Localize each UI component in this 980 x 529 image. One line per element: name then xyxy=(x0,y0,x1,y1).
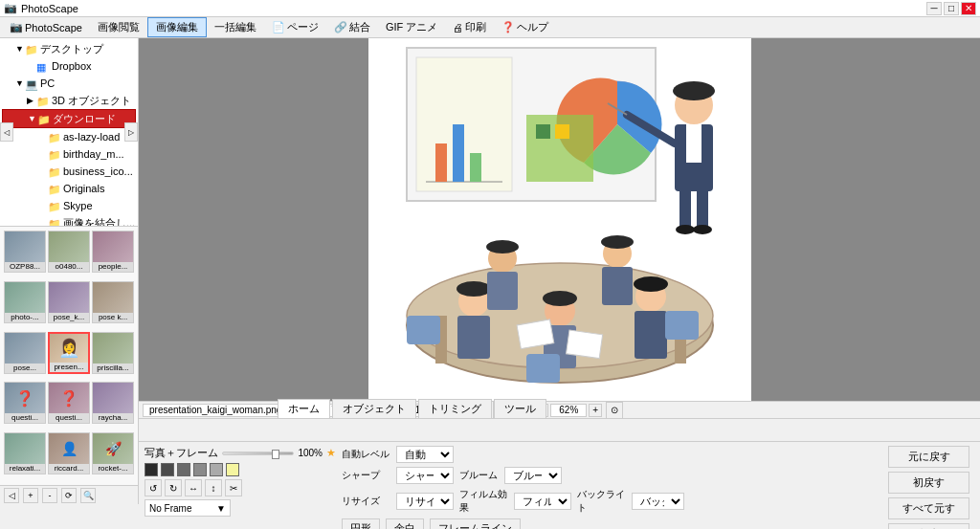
tree-scroll-right[interactable]: ▷ xyxy=(124,122,138,142)
color-btn-6[interactable] xyxy=(226,463,239,476)
svg-rect-26 xyxy=(457,316,490,359)
strip-zoom[interactable]: 🔍 xyxy=(80,488,96,503)
tree-item-dropbox[interactable]: ▦ Dropbox xyxy=(2,57,136,75)
rotate-left-icon[interactable]: ↺ xyxy=(145,479,162,496)
backlight-select[interactable]: バックライト xyxy=(632,493,684,510)
thumb-relaxati[interactable]: relaxati... xyxy=(4,432,46,474)
tree-item-originals[interactable]: 📁 Originals xyxy=(2,180,136,197)
circle-btn[interactable]: 円形 xyxy=(342,518,380,529)
thumb-raycha[interactable]: raycha... xyxy=(92,382,134,424)
backlight-group: バックライト バックライト xyxy=(577,488,684,515)
edit-tabs-row: ホーム オブジェクト トリミング ツール xyxy=(278,399,546,418)
thumb-questi2[interactable]: ❓ questi... xyxy=(48,382,90,424)
thumb-questi1[interactable]: ❓ questi... xyxy=(4,382,46,424)
star-icon[interactable]: ★ xyxy=(326,447,336,459)
apply-all-btn[interactable]: すべて元す xyxy=(888,497,969,519)
strip-remove[interactable]: - xyxy=(42,488,57,503)
svg-point-25 xyxy=(457,281,491,297)
flip-v-icon[interactable]: ↕ xyxy=(205,479,222,496)
menu-photoscape[interactable]: 📷 PhotoScape xyxy=(2,19,90,35)
trim-btn[interactable]: 余白 xyxy=(386,518,424,529)
auto-level-select[interactable]: 自動 xyxy=(396,446,454,463)
color-btn-4[interactable] xyxy=(193,463,207,476)
menu-help[interactable]: ❓ ヘルプ xyxy=(494,18,556,36)
color-btn-5[interactable] xyxy=(210,463,223,476)
tab-trim[interactable]: トリミング xyxy=(418,399,492,418)
thumb-ozp88[interactable]: OZP88... xyxy=(4,231,46,273)
tree-item-downloads[interactable]: ▼ 📁 ダウンロード xyxy=(2,109,136,128)
strip-prev[interactable]: ◁ xyxy=(4,488,19,503)
auto-level-label: 自動レベル xyxy=(342,448,394,461)
zoom-reset-btn[interactable]: ⊙ xyxy=(606,402,623,419)
image-canvas[interactable] xyxy=(139,38,980,401)
thumb-o0480[interactable]: o0480... xyxy=(48,231,90,273)
svg-point-37 xyxy=(601,235,634,249)
tree-item-desktop[interactable]: ▼ 📁 デスクトップ xyxy=(2,40,136,57)
svg-rect-40 xyxy=(566,330,602,359)
strip-rotate[interactable]: ⟳ xyxy=(61,488,77,503)
thumb-pose-k1[interactable]: pose_k... xyxy=(48,281,90,323)
svg-rect-13 xyxy=(686,124,702,163)
strip-add[interactable]: + xyxy=(23,488,38,503)
menu-combine[interactable]: 🔗 結合 xyxy=(326,18,378,36)
menu-batch-edit[interactable]: 一括編集 xyxy=(207,18,264,36)
thumb-pose-k2[interactable]: pose k... xyxy=(92,281,134,323)
thumb-people[interactable]: people... xyxy=(92,231,134,273)
resize-group: リサイズ リサイズ xyxy=(342,493,454,510)
sharp-select[interactable]: シャープ xyxy=(396,467,454,484)
tree-item-3d[interactable]: ▶ 📁 3D オブジェクト xyxy=(2,92,136,109)
thumb-priscilla[interactable]: priscilla... xyxy=(92,332,134,374)
tree-item-as-lazy[interactable]: 📁 as-lazy-load xyxy=(2,128,136,145)
svg-rect-8 xyxy=(453,124,464,182)
file-tree-scroll[interactable]: ▼ 📁 デスクトップ ▦ Dropbox ▼ 💻 PC xyxy=(0,38,138,226)
flip-h-icon[interactable]: ↔ xyxy=(185,479,202,496)
app-icon: 📷 xyxy=(4,2,17,14)
bloom-select[interactable]: ブルーム xyxy=(504,467,562,484)
color-btn-3[interactable] xyxy=(177,463,190,476)
menu-print[interactable]: 🖨 印刷 xyxy=(445,18,494,36)
tree-item-business[interactable]: 📁 business_ico... xyxy=(2,163,136,180)
crop-icon[interactable]: ✂ xyxy=(225,479,242,496)
thumb-pose[interactable]: pose... xyxy=(4,332,46,374)
menu-photo-view[interactable]: 画像閲覧 xyxy=(90,18,147,36)
titlebar: 📷 PhotoScape ─ □ ✕ xyxy=(0,0,980,17)
tree-scroll-left[interactable]: ◁ xyxy=(0,122,13,142)
frame-dropdown-arrow[interactable]: ▼ xyxy=(216,503,226,514)
thumb-rocket[interactable]: 🚀 rocket-... xyxy=(92,432,134,474)
film-effect-select[interactable]: フィルム効果 xyxy=(514,493,571,510)
rotate-right-icon[interactable]: ↻ xyxy=(165,479,182,496)
frame-slider-thumb[interactable] xyxy=(272,450,279,459)
menu-photo-edit[interactable]: 画像編集 xyxy=(147,17,207,37)
color-btn-2[interactable] xyxy=(161,463,174,476)
thumb-photo[interactable]: photo-... xyxy=(4,281,46,323)
resize-select[interactable]: リサイズ xyxy=(396,493,454,510)
maximize-button[interactable]: □ xyxy=(944,2,959,15)
menu-page[interactable]: 📄 ページ xyxy=(264,18,326,36)
thumb-presen[interactable]: 👩‍💼 presen... xyxy=(48,332,90,374)
tab-object[interactable]: オブジェクト xyxy=(332,399,416,418)
menu-gif[interactable]: GIF アニメ xyxy=(378,18,445,36)
frame-select[interactable]: No Frame ▼ xyxy=(145,499,231,517)
color-btn-1[interactable] xyxy=(145,463,158,476)
tab-home[interactable]: ホーム xyxy=(278,399,330,418)
zoom-plus-btn[interactable]: + xyxy=(589,404,602,417)
content-area: presentation_kaigi_woman.png Photo 747 ×… xyxy=(139,38,980,504)
redo-btn[interactable]: 初戻す xyxy=(888,472,969,494)
tab-tools[interactable]: ツール xyxy=(494,399,546,418)
svg-rect-9 xyxy=(470,153,481,182)
tree-item-combine[interactable]: 📁 画像を結合し... xyxy=(2,214,136,226)
undo-btn[interactable]: 元に戻す xyxy=(888,446,969,468)
svg-rect-38 xyxy=(602,267,633,305)
frame-slider-track[interactable] xyxy=(222,452,294,455)
minimize-button[interactable]: ─ xyxy=(926,2,942,15)
tree-item-birthday[interactable]: 📁 birthday_m... xyxy=(2,145,136,163)
thumbnail-grid[interactable]: OZP88... o0480... people... photo-... xyxy=(0,227,138,485)
save-btn[interactable]: 保存 xyxy=(888,523,969,529)
thumb-riccard[interactable]: 👤 riccard... xyxy=(48,432,90,474)
frame-line-btn[interactable]: フレームライン xyxy=(430,518,521,529)
close-button[interactable]: ✕ xyxy=(961,2,976,15)
tree-item-skype[interactable]: 📁 Skype xyxy=(2,197,136,214)
tree-item-pc[interactable]: ▼ 💻 PC xyxy=(2,75,136,92)
icon-tools-row: ↺ ↻ ↔ ↕ ✂ xyxy=(145,479,336,496)
edit-mid-row2: シャープ シャープ ブルーム ブルーム xyxy=(342,467,882,484)
